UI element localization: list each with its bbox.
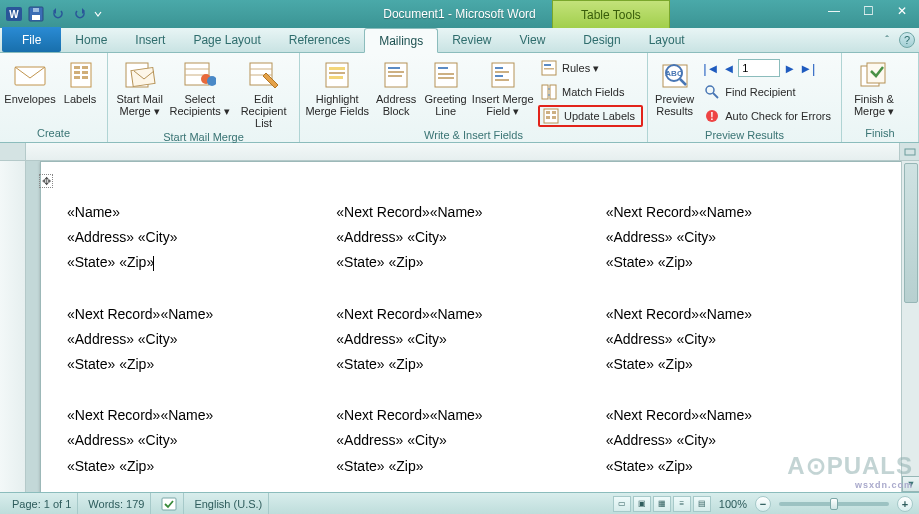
merge-field-line: «Address» «City» bbox=[606, 428, 875, 453]
document-viewport[interactable]: ✥ «Name» «Address» «City» «State» «Zip» … bbox=[26, 161, 901, 492]
auto-check-errors-button[interactable]: ! Auto Check for Errors bbox=[701, 105, 837, 127]
label-cell[interactable]: «Next Record»«Name» «Address» «City» «St… bbox=[336, 200, 605, 276]
zoom-out-button[interactable]: − bbox=[755, 496, 771, 512]
merge-field-line: «Next Record»«Name» bbox=[336, 302, 605, 327]
svg-rect-8 bbox=[74, 71, 80, 74]
insert-field-icon bbox=[487, 59, 519, 91]
find-icon bbox=[704, 84, 720, 100]
label-cell[interactable]: «Next Record»«Name» «Address» «City» «St… bbox=[606, 200, 875, 276]
match-fields-button[interactable]: Match Fields bbox=[538, 81, 643, 103]
next-record-button[interactable]: ► bbox=[783, 61, 796, 76]
svg-rect-42 bbox=[544, 68, 554, 70]
label-cell[interactable]: «Next Record»«Name» «Address» «City» «St… bbox=[67, 403, 336, 479]
merge-field-line: «State» «Zip» bbox=[606, 250, 875, 275]
svg-rect-47 bbox=[552, 111, 556, 114]
highlight-merge-fields-button[interactable]: Highlight Merge Fields bbox=[304, 55, 370, 117]
vertical-scrollbar[interactable]: ▼ bbox=[901, 161, 919, 492]
greeting-line-button[interactable]: Greeting Line bbox=[422, 55, 469, 117]
record-navigator: |◄ ◄ ► ►| bbox=[701, 57, 837, 79]
view-web-layout-icon[interactable]: ▦ bbox=[653, 496, 671, 512]
status-page[interactable]: Page: 1 of 1 bbox=[6, 493, 78, 514]
ruler-toggle[interactable] bbox=[899, 143, 919, 160]
labels-button[interactable]: Labels bbox=[58, 55, 102, 105]
page[interactable]: ✥ «Name» «Address» «City» «State» «Zip» … bbox=[40, 161, 901, 492]
finish-merge-button[interactable]: Finish & Merge ▾ bbox=[846, 55, 902, 117]
first-record-button[interactable]: |◄ bbox=[703, 61, 719, 76]
vertical-ruler[interactable] bbox=[0, 161, 26, 492]
help-icon[interactable]: ? bbox=[899, 32, 915, 48]
envelopes-button[interactable]: Envelopes bbox=[4, 55, 56, 105]
tab-file[interactable]: File bbox=[2, 27, 61, 52]
label-cell[interactable]: «Name» «Address» «City» «State» «Zip» bbox=[67, 200, 336, 276]
minimize-button[interactable]: — bbox=[817, 0, 851, 22]
label-cell[interactable]: «Next Record»«Name» «Address» «City» «St… bbox=[336, 302, 605, 378]
finish-icon bbox=[858, 59, 890, 91]
start-mail-merge-button[interactable]: Start Mail Merge ▾ bbox=[112, 55, 167, 117]
ribbon-collapse-icon[interactable]: ˆ bbox=[879, 32, 895, 48]
svg-rect-10 bbox=[82, 66, 88, 69]
update-labels-button[interactable]: Update Labels bbox=[538, 105, 643, 127]
auto-check-label: Auto Check for Errors bbox=[725, 110, 831, 122]
view-full-screen-icon[interactable]: ▣ bbox=[633, 496, 651, 512]
maximize-button[interactable]: ☐ bbox=[851, 0, 885, 22]
finish-merge-label: Finish & Merge ▾ bbox=[854, 93, 894, 117]
tab-insert[interactable]: Insert bbox=[121, 27, 179, 52]
scrollbar-thumb[interactable] bbox=[904, 163, 918, 303]
merge-field-line: «Address» «City» bbox=[336, 327, 605, 352]
zoom-slider[interactable] bbox=[779, 502, 889, 506]
label-cell[interactable]: «Next Record»«Name» «Address» «City» «St… bbox=[67, 302, 336, 378]
tab-mailings[interactable]: Mailings bbox=[364, 28, 438, 53]
merge-field-line: «Next Record»«Name» bbox=[606, 200, 875, 225]
qat-dropdown-icon[interactable] bbox=[92, 4, 104, 24]
merge-field-line: «Next Record»«Name» bbox=[336, 200, 605, 225]
preview-results-button[interactable]: ABC Preview Results bbox=[652, 55, 697, 117]
svg-rect-30 bbox=[388, 75, 402, 77]
label-table: «Name» «Address» «City» «State» «Zip» «N… bbox=[67, 200, 875, 479]
tab-references[interactable]: References bbox=[275, 27, 364, 52]
view-print-layout-icon[interactable]: ▭ bbox=[613, 496, 631, 512]
prev-record-button[interactable]: ◄ bbox=[722, 61, 735, 76]
zoom-level[interactable]: 100% bbox=[713, 498, 753, 510]
merge-field-line: «Address» «City» bbox=[336, 428, 605, 453]
update-labels-icon bbox=[543, 108, 559, 124]
label-cell[interactable]: «Next Record»«Name» «Address» «City» «St… bbox=[336, 403, 605, 479]
svg-rect-7 bbox=[74, 66, 80, 69]
status-words[interactable]: Words: 179 bbox=[82, 493, 151, 514]
ruler-scale[interactable] bbox=[26, 143, 899, 160]
tab-view[interactable]: View bbox=[506, 27, 560, 52]
status-language[interactable]: English (U.S.) bbox=[188, 493, 269, 514]
insert-merge-field-button[interactable]: Insert Merge Field ▾ bbox=[471, 55, 534, 117]
last-record-button[interactable]: ►| bbox=[799, 61, 815, 76]
greeting-label: Greeting Line bbox=[425, 93, 467, 117]
merge-field-line: «Next Record»«Name» bbox=[67, 302, 336, 327]
view-outline-icon[interactable]: ≡ bbox=[673, 496, 691, 512]
edit-recipient-label: Edit Recipient List bbox=[232, 93, 295, 129]
tab-layout[interactable]: Layout bbox=[635, 27, 699, 52]
zoom-in-button[interactable]: + bbox=[897, 496, 913, 512]
tab-page-layout[interactable]: Page Layout bbox=[179, 27, 274, 52]
merge-field-line: «State» «Zip» bbox=[336, 454, 605, 479]
tab-review[interactable]: Review bbox=[438, 27, 505, 52]
greeting-icon bbox=[430, 59, 462, 91]
label-cell[interactable]: «Next Record»«Name» «Address» «City» «St… bbox=[606, 302, 875, 378]
close-button[interactable]: ✕ bbox=[885, 0, 919, 22]
view-draft-icon[interactable]: ▤ bbox=[693, 496, 711, 512]
record-number-input[interactable] bbox=[738, 59, 780, 77]
svg-rect-41 bbox=[544, 64, 551, 66]
tab-home[interactable]: Home bbox=[61, 27, 121, 52]
merge-field-line: «Next Record»«Name» bbox=[606, 302, 875, 327]
zoom-slider-knob[interactable] bbox=[830, 498, 838, 510]
table-move-handle-icon[interactable]: ✥ bbox=[39, 174, 53, 188]
select-recipients-button[interactable]: Select Recipients ▾ bbox=[169, 55, 230, 117]
window-title: Document1 - Microsoft Word bbox=[383, 7, 536, 21]
svg-rect-25 bbox=[329, 72, 345, 74]
find-recipient-button[interactable]: Find Recipient bbox=[701, 81, 837, 103]
tab-design[interactable]: Design bbox=[569, 27, 634, 52]
save-icon[interactable] bbox=[26, 4, 46, 24]
edit-recipient-list-button[interactable]: Edit Recipient List bbox=[232, 55, 295, 129]
status-proofing-icon[interactable] bbox=[155, 493, 184, 514]
undo-icon[interactable] bbox=[48, 4, 68, 24]
rules-button[interactable]: Rules ▾ bbox=[538, 57, 643, 79]
address-block-button[interactable]: Address Block bbox=[372, 55, 419, 117]
redo-icon[interactable] bbox=[70, 4, 90, 24]
